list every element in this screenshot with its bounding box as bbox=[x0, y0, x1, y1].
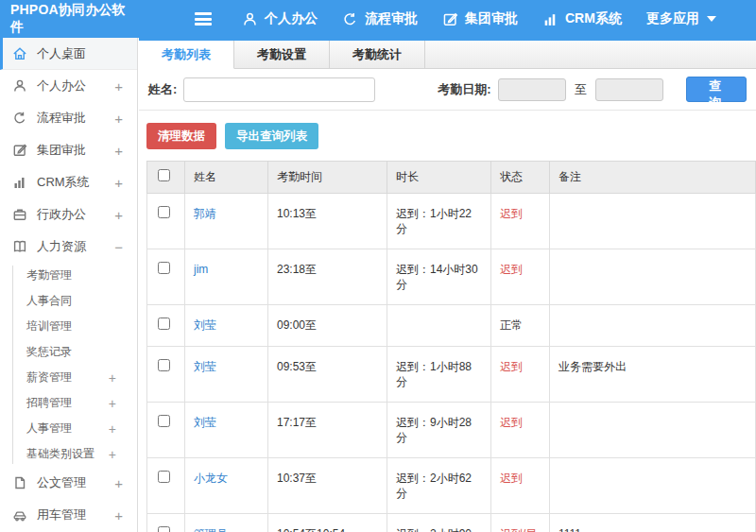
row-checkbox[interactable] bbox=[158, 262, 170, 274]
duration-cell: 迟到：14小时30分 bbox=[387, 249, 491, 305]
search-button[interactable]: 查 询 bbox=[686, 77, 747, 102]
employee-name-link[interactable]: 郭靖 bbox=[194, 207, 216, 220]
nav-group-approval[interactable]: 集团审批 bbox=[442, 10, 518, 27]
expand-plus-icon[interactable]: + bbox=[109, 421, 137, 437]
sidebar-subitem-salary-management[interactable]: 薪资管理 + bbox=[0, 365, 137, 390]
sidebar-subitem-reward-punishment[interactable]: 奖惩记录 bbox=[0, 339, 137, 365]
remark-cell bbox=[550, 194, 756, 249]
status-badge: 迟到 bbox=[500, 207, 523, 220]
sidebar-item-personal-office[interactable]: 个人办公 + bbox=[0, 70, 137, 102]
status-badge: 迟到 bbox=[500, 472, 523, 485]
column-header-name: 姓名 bbox=[185, 162, 268, 194]
sidebar-item-group-approval[interactable]: 集团审批 + bbox=[0, 134, 137, 166]
duration-cell: 迟到：1小时22分 bbox=[387, 194, 491, 249]
sub-item-label: 人事合同 bbox=[26, 293, 72, 309]
sidebar-item-label: 个人桌面 bbox=[37, 45, 86, 62]
sidebar-item-workflow-approval[interactable]: 流程审批 + bbox=[0, 102, 137, 134]
export-list-button[interactable]: 导出查询列表 bbox=[225, 123, 318, 149]
user-icon bbox=[12, 78, 27, 94]
sidebar-item-crm-system[interactable]: CRM系统 + bbox=[0, 166, 137, 198]
sidebar-item-label: 用车管理 bbox=[37, 506, 86, 523]
sub-item-label: 招聘管理 bbox=[26, 395, 72, 411]
sub-item-label: 人事管理 bbox=[26, 420, 72, 437]
main-content: 考勤列表 考勤设置 考勤统计 姓名: 考勤日期: 至 查 询 清理数据 导出查询… bbox=[139, 38, 756, 532]
sidebar-item-label: CRM系统 bbox=[37, 174, 90, 191]
remark-cell bbox=[550, 403, 756, 458]
nav-workflow-approval[interactable]: 流程审批 bbox=[342, 10, 418, 27]
sidebar-subitem-training-management[interactable]: 培训管理 bbox=[0, 314, 137, 339]
column-header-status: 状态 bbox=[491, 162, 550, 194]
expand-plus-icon[interactable]: + bbox=[114, 175, 128, 191]
row-checkbox[interactable] bbox=[158, 206, 170, 218]
expand-plus-icon[interactable]: + bbox=[114, 207, 128, 223]
column-header-duration: 时长 bbox=[387, 162, 491, 194]
sidebar-item-personal-desktop[interactable]: 个人桌面 bbox=[0, 38, 137, 70]
attendance-time-cell: 10:37至 bbox=[268, 458, 387, 514]
employee-name-link[interactable]: 小龙女 bbox=[194, 472, 228, 485]
bar-chart-icon bbox=[542, 11, 558, 27]
sidebar-item-label: 流程审批 bbox=[37, 110, 86, 127]
tab-attendance-statistics[interactable]: 考勤统计 bbox=[330, 41, 425, 68]
user-icon bbox=[242, 11, 258, 27]
tab-attendance-list[interactable]: 考勤列表 bbox=[139, 41, 234, 69]
table-header-row: 姓名 考勤时间 时长 状态 备注 bbox=[147, 162, 756, 194]
row-checkbox[interactable] bbox=[158, 415, 170, 427]
collapse-minus-icon[interactable]: − bbox=[114, 239, 128, 255]
date-to-input[interactable] bbox=[595, 78, 663, 101]
clean-data-button[interactable]: 清理数据 bbox=[146, 123, 216, 149]
expand-plus-icon[interactable]: + bbox=[109, 370, 137, 386]
status-badge: 迟到 bbox=[500, 360, 523, 373]
table-row: 小龙女 10:37至 迟到：2小时62分 迟到 bbox=[147, 458, 756, 514]
nav-more-apps[interactable]: 更多应用 bbox=[646, 10, 716, 27]
row-checkbox[interactable] bbox=[158, 471, 170, 483]
attendance-time-cell: 09:53至 bbox=[268, 347, 387, 403]
row-checkbox[interactable] bbox=[158, 317, 170, 330]
sidebar-item-human-resources[interactable]: 人力资源 − bbox=[0, 231, 137, 263]
sidebar-subitem-attendance-management[interactable]: 考勤管理 bbox=[0, 263, 137, 288]
sidebar-item-label: 人力资源 bbox=[37, 238, 86, 255]
row-checkbox[interactable] bbox=[158, 526, 170, 532]
tab-attendance-settings[interactable]: 考勤设置 bbox=[234, 41, 330, 68]
hr-submenu: 考勤管理 人事合同 培训管理 奖惩记录 薪资管理 + 招聘管理 + 人事管理 +… bbox=[0, 263, 137, 467]
employee-name-link[interactable]: jim bbox=[194, 263, 208, 276]
expand-plus-icon[interactable]: + bbox=[114, 507, 128, 523]
row-checkbox[interactable] bbox=[158, 359, 170, 371]
date-from-input[interactable] bbox=[498, 78, 566, 101]
select-all-checkbox[interactable] bbox=[158, 169, 170, 181]
sidebar-item-administrative-office[interactable]: 行政办公 + bbox=[0, 198, 137, 231]
table-row: 刘莹 09:00至 正常 bbox=[147, 305, 756, 347]
expand-plus-icon[interactable]: + bbox=[114, 78, 128, 94]
edit-icon bbox=[442, 11, 458, 27]
name-input[interactable] bbox=[183, 77, 375, 102]
nav-crm-system[interactable]: CRM系统 bbox=[542, 10, 622, 27]
attendance-time-cell: 10:13至 bbox=[268, 194, 387, 249]
status-badge: 迟到 bbox=[500, 416, 523, 429]
sidebar-subitem-hr-contracts[interactable]: 人事合同 bbox=[0, 288, 137, 314]
sidebar-subitem-recruitment-management[interactable]: 招聘管理 + bbox=[0, 390, 137, 416]
sidebar-item-vehicle-management[interactable]: 用车管理 + bbox=[0, 499, 137, 531]
workflow-icon bbox=[342, 11, 358, 27]
sub-item-label: 培训管理 bbox=[26, 318, 72, 335]
nav-item-label: 集团审批 bbox=[465, 10, 518, 27]
expand-plus-icon[interactable]: + bbox=[114, 143, 128, 159]
employee-name-link[interactable]: 管理员 bbox=[194, 527, 228, 532]
expand-plus-icon[interactable]: + bbox=[109, 447, 137, 462]
employee-name-link[interactable]: 刘莹 bbox=[194, 416, 216, 429]
nav-personal-office[interactable]: 个人办公 bbox=[242, 10, 318, 27]
sidebar-subitem-personnel-management[interactable]: 人事管理 + bbox=[0, 416, 137, 441]
nav-item-label: 个人办公 bbox=[265, 10, 318, 27]
nav-item-label: 流程审批 bbox=[365, 10, 418, 27]
sidebar-subitem-basic-category-settings[interactable]: 基础类别设置 + bbox=[0, 441, 137, 467]
expand-plus-icon[interactable]: + bbox=[109, 396, 137, 411]
status-badge: 迟到/早退 bbox=[500, 527, 537, 532]
hamburger-menu-icon[interactable] bbox=[193, 10, 214, 27]
employee-name-link[interactable]: 刘莹 bbox=[194, 360, 216, 373]
status-cell: 迟到 bbox=[491, 194, 550, 249]
expand-plus-icon[interactable]: + bbox=[114, 111, 128, 127]
table-row: 郭靖 10:13至 迟到：1小时22分 迟到 bbox=[147, 194, 756, 249]
employee-name-link[interactable]: 刘莹 bbox=[194, 318, 216, 332]
nav-item-label: CRM系统 bbox=[565, 10, 622, 27]
sidebar-item-document-management[interactable]: 公文管理 + bbox=[0, 467, 137, 499]
workflow-icon bbox=[12, 111, 27, 126]
expand-plus-icon[interactable]: + bbox=[114, 475, 128, 491]
